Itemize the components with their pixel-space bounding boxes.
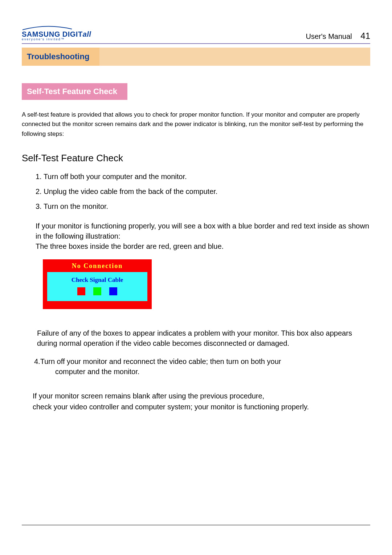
step-4: 4.Turn off your monitor and reconnect th…	[34, 356, 370, 377]
header-right: User's Manual 41	[306, 31, 370, 41]
section-bar: Troubleshooting	[22, 48, 370, 66]
step-3: 3. Turn on the monitor.	[36, 202, 370, 211]
blue-square-icon	[109, 287, 117, 295]
samsung-logo: SAMSUNG DIGITall everyone's invited™	[22, 25, 91, 41]
self-test-diagram: No Connection Check Signal Cable	[43, 259, 152, 309]
section-title: Troubleshooting	[22, 48, 99, 66]
doc-title: User's Manual	[306, 32, 352, 40]
diagram-title: No Connection	[47, 262, 147, 272]
red-square-icon	[77, 287, 85, 295]
steps-list: 1. Turn off both your computer and the m…	[36, 173, 370, 211]
header-row: SAMSUNG DIGITall everyone's invited™ Use…	[22, 25, 370, 44]
subheading: Self-Test Feature Check	[22, 83, 127, 100]
step-2: 2. Unplug the video cable from the back …	[36, 187, 370, 196]
green-square-icon	[93, 287, 101, 295]
page-number: 41	[360, 31, 370, 41]
body-paragraph-1: If your monitor is functioning properly,…	[36, 221, 370, 251]
diagram-inner-title: Check Signal Cable	[51, 276, 144, 284]
logo-swoosh-icon	[22, 25, 73, 31]
logo-brand: SAMSUNG DIGITall	[22, 30, 91, 38]
final-paragraph: If your monitor screen remains blank aft…	[33, 390, 370, 412]
diagram-inner: Check Signal Cable	[47, 272, 147, 301]
step-1: 1. Turn off both your computer and the m…	[36, 173, 370, 181]
heading-selftest: Self-Test Feature Check	[22, 153, 370, 164]
intro-paragraph: A self-test feature is provided that all…	[22, 110, 370, 139]
footer-rule	[22, 525, 370, 525]
page-content: SAMSUNG DIGITall everyone's invited™ Use…	[22, 25, 370, 533]
logo-tagline: everyone's invited™	[22, 38, 91, 41]
failure-paragraph: Failure of any of the boxes to appear in…	[37, 328, 356, 348]
rgb-squares	[51, 287, 144, 295]
